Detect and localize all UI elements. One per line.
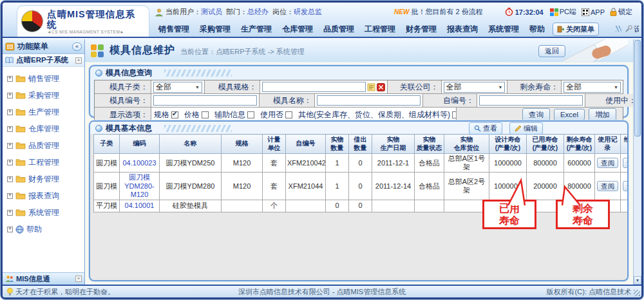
menu-item-quality[interactable]: 品质管理 <box>318 24 359 35</box>
cell: 套 <box>263 173 286 200</box>
resize-grip[interactable] <box>634 290 640 296</box>
close-menu-button[interactable]: 关闭菜单 <box>553 23 599 36</box>
col-usage-record[interactable]: 使用记录 <box>595 135 621 154</box>
col-spec[interactable]: 规格 <box>222 135 263 154</box>
col-used-life[interactable]: 已用寿命 (产量/次) <box>527 135 564 154</box>
expand-icon[interactable] <box>7 193 13 199</box>
app-qr-icon[interactable] <box>582 8 589 16</box>
mold-name-input[interactable] <box>317 95 421 106</box>
menu-item-system[interactable]: 系统管理 <box>483 24 524 35</box>
edit-tab-button[interactable]: 编辑 <box>509 122 543 135</box>
menu-item-warehouse[interactable]: 仓库管理 <box>277 24 318 35</box>
vertical-scrollbar[interactable]: ▼ <box>633 39 641 285</box>
expand-panel-icon[interactable]: + <box>75 276 82 282</box>
expand-icon[interactable] <box>7 76 13 82</box>
sidebar-item-purchase[interactable]: 采购管理 <box>7 87 84 104</box>
remaining-life-select[interactable]: 全部 ▼ <box>564 82 621 93</box>
cell: 0 <box>326 200 349 212</box>
expand-icon[interactable] <box>7 160 13 165</box>
sidebar-item-production[interactable]: 生产管理 <box>7 104 84 120</box>
app-label[interactable]: APP <box>591 8 605 16</box>
col-prod-date[interactable]: 实物 生产日期 <box>372 135 415 154</box>
sidebar-item-warehouse[interactable]: 仓库管理 <box>7 120 84 137</box>
cell: 合格品 <box>415 154 444 173</box>
usage-record-button[interactable]: 查阅 <box>597 158 618 169</box>
lock-icon[interactable] <box>610 8 617 16</box>
menu-item-help[interactable]: 帮助 <box>524 24 550 35</box>
col-lent-qty[interactable]: 借出 数量 <box>349 135 372 154</box>
subclass-select[interactable]: 全部 ▼ <box>153 82 202 93</box>
menu-item-production[interactable]: 生产管理 <box>236 24 277 35</box>
scrollbar-thumb[interactable] <box>634 40 641 136</box>
maintain-record-button[interactable]: 查阅 <box>623 181 629 192</box>
option-checkbox-other[interactable] <box>452 111 457 118</box>
cell: 0 <box>349 154 372 173</box>
expand-panel-icon[interactable]: + <box>75 57 82 64</box>
search-button[interactable]: 查询 <box>522 108 550 122</box>
self-code-input[interactable] <box>479 95 583 106</box>
scrollbar-down-arrow[interactable]: ▼ <box>634 276 641 285</box>
col-self-code[interactable]: 自编号 <box>286 135 326 154</box>
sidebar-item-help[interactable]: 帮助 <box>7 221 84 238</box>
sidebar-item-system[interactable]: 系统管理 <box>7 204 84 221</box>
in-use-label: 使用中： <box>585 94 639 107</box>
cell: 圆刀模YDM250 <box>160 154 222 173</box>
col-remaining-life[interactable]: 剩余寿命 (产量/次) <box>564 135 595 154</box>
expand-icon[interactable] <box>7 143 13 149</box>
col-maintain-record[interactable]: 维护记录 <box>621 135 629 154</box>
sidebar-item-reports[interactable]: 报表查询 <box>7 187 84 204</box>
option-checkbox-aux[interactable] <box>247 111 254 118</box>
back-button[interactable]: 返回 <box>538 45 565 57</box>
expand-icon[interactable] <box>7 227 13 232</box>
expand-icon[interactable] <box>7 126 13 132</box>
maintain-record-button[interactable]: 查阅 <box>623 158 629 169</box>
col-name[interactable]: 名称 <box>160 135 222 154</box>
clear-x-icon[interactable] <box>377 83 385 91</box>
col-location[interactable]: 实物 仓库货位 <box>444 135 489 154</box>
handshake-decoration <box>564 39 628 62</box>
lock-label[interactable]: 锁定 <box>618 7 632 17</box>
expand-icon[interactable] <box>7 109 13 115</box>
col-subclass[interactable]: 子类 <box>94 135 120 154</box>
view-tab-button[interactable]: 查看 <box>469 122 502 135</box>
sidebar-collapse-button[interactable]: « <box>72 42 82 51</box>
menu-item-finance[interactable]: 财务管理 <box>401 24 442 35</box>
sidebar-subsystem-header[interactable]: 点晴ERP子系统 + <box>3 54 84 67</box>
spec-input[interactable] <box>262 82 366 92</box>
add-button[interactable]: 增加 <box>589 108 616 122</box>
sidebar-item-sales[interactable]: 销售管理 <box>7 70 84 87</box>
sidebar-footer-panel[interactable]: MIS信息通 + <box>3 272 84 285</box>
settings-wrench-icon[interactable] <box>625 25 632 33</box>
expand-icon[interactable] <box>7 176 13 182</box>
lookup-list-icon[interactable] <box>367 83 375 91</box>
menu-item-engineering[interactable]: 工程管理 <box>359 24 401 35</box>
usage-record-button[interactable]: 查阅 <box>597 181 618 192</box>
workflow-notice[interactable]: 批！您目前有 2 份流程 <box>411 7 482 17</box>
col-code[interactable]: 编码 <box>120 135 160 154</box>
excel-button[interactable]: Excel <box>554 109 585 120</box>
company-select[interactable]: 全部 ▼ <box>444 82 506 93</box>
option-checkbox-spec[interactable] <box>171 111 178 118</box>
col-quality[interactable]: 实物 质量状态 <box>415 135 444 154</box>
sidebar-item-finance[interactable]: 财务管理 <box>7 171 84 187</box>
sidebar-item-quality[interactable]: 品质管理 <box>7 137 84 154</box>
option-checkbox-price[interactable] <box>202 111 209 118</box>
pc-client-label[interactable]: PC端 <box>560 7 576 17</box>
col-qty[interactable]: 实物 数量 <box>326 135 349 154</box>
menu-item-purchase[interactable]: 采购管理 <box>194 24 236 35</box>
mold-code-link[interactable]: 04.10001 <box>120 200 160 212</box>
pc-client-icon[interactable] <box>550 8 558 16</box>
menu-item-sales[interactable]: 销售管理 <box>153 24 194 35</box>
menu-item-reports[interactable]: 报表查询 <box>442 24 483 35</box>
option-checkbox-inuse[interactable] <box>285 111 292 118</box>
decor-icon <box>616 26 621 32</box>
col-unit[interactable]: 计量 单位 <box>263 135 286 154</box>
expand-icon[interactable] <box>7 210 13 216</box>
col-design-life[interactable]: 设计寿命 (产量/次) <box>489 135 527 154</box>
settings-label[interactable]: 设置 <box>634 24 639 34</box>
mold-code-link[interactable]: 04.100023 <box>120 154 160 173</box>
mold-code-input[interactable] <box>153 95 257 106</box>
expand-icon[interactable] <box>7 93 13 98</box>
mold-code-link[interactable]: 圆刀模 YDM280- M120 <box>120 173 160 200</box>
sidebar-item-engineering[interactable]: 工程管理 <box>7 154 84 171</box>
